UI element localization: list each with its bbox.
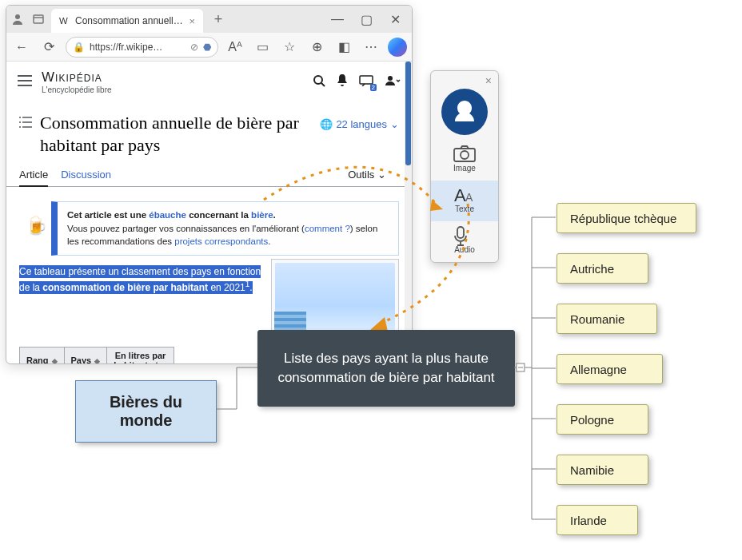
mindmap-leaf[interactable]: Roumanie (556, 304, 657, 334)
mindmap-root[interactable]: Bières du monde (75, 380, 217, 443)
browser-toolbar: ← ⟳ 🔒 https://fr.wikipe… ⊘ ⬣ Aᴬ ▭ ☆ ⊕ ◧ … (6, 33, 412, 62)
svg-line-5 (321, 83, 325, 86)
article-body: Ce tableau présente un classement des pa… (6, 264, 412, 339)
language-count: 22 langues (336, 118, 387, 130)
capture-text-label: Texte (455, 205, 474, 213)
tab-favicon-icon: W (59, 15, 70, 26)
intro-paragraph: Ce tableau présente un classement des pa… (19, 264, 263, 339)
link-projects[interactable]: projets correspondants (174, 236, 268, 246)
tracking-icon[interactable]: ⊘ (190, 42, 198, 53)
capture-text-button[interactable]: AA Texte (431, 181, 498, 221)
sort-icon: ◆ (94, 357, 100, 364)
site-name: Wikipédia (42, 70, 112, 85)
capture-audio-button[interactable]: Audio (431, 221, 498, 262)
maximize-button[interactable]: ▢ (353, 10, 380, 29)
notifications-icon[interactable] (337, 74, 348, 90)
sort-icon: ◆ (162, 362, 167, 364)
browser-window: W Consommation annuelle de bièr… × + — ▢… (6, 5, 413, 364)
new-tab-button[interactable]: + (208, 11, 229, 28)
panel-avatar (441, 89, 488, 135)
th-liters[interactable]: En litres parhabitant et◆ (107, 348, 174, 364)
reload-button[interactable]: ⟳ (38, 37, 59, 58)
svg-rect-21 (517, 363, 525, 371)
page-title: Consommation annuelle de bière par habit… (40, 112, 312, 156)
capture-audio-label: Audio (454, 245, 475, 254)
th-rank[interactable]: Rang◆ (20, 348, 65, 364)
svg-text:W: W (59, 16, 68, 26)
tab-close-icon[interactable]: × (189, 15, 195, 27)
wiki-header: Wikipédia L'encyclopédie libre 2 (6, 62, 412, 99)
scrollbar-thumb[interactable] (405, 62, 411, 165)
page-content: Wikipédia L'encyclopédie libre 2 Consomm… (6, 62, 412, 364)
window-controls: — ▢ ✕ (324, 10, 409, 29)
mindmap-leaf[interactable]: Namibie (556, 455, 648, 485)
mindmap-leaf[interactable]: Irlande (556, 505, 638, 535)
extensions-button[interactable]: ⊕ (306, 37, 327, 58)
mindmap-leaf[interactable]: Pologne (556, 404, 648, 435)
svg-rect-1 (34, 15, 43, 23)
link-ebauche[interactable]: ébauche (149, 210, 186, 220)
mindmap-center[interactable]: Liste des pays ayant la plus haute conso… (257, 330, 515, 407)
microphone-icon (453, 226, 477, 244)
text-size-button[interactable]: Aᴬ (225, 37, 245, 58)
tab-tools[interactable]: Outils ⌄ (348, 164, 386, 186)
copilot-icon[interactable] (388, 38, 407, 57)
svg-point-15 (461, 151, 469, 159)
workspaces-icon[interactable] (30, 11, 46, 27)
sort-icon: ◆ (52, 357, 58, 364)
link-biere[interactable]: bière (251, 210, 273, 220)
svg-text:A: A (465, 191, 473, 204)
address-bar[interactable]: 🔒 https://fr.wikipe… ⊘ ⬣ (66, 37, 218, 58)
profile-icon[interactable] (10, 11, 26, 27)
ranking-table: Rang◆ Pays◆ En litres parhabitant et◆ (19, 347, 174, 364)
url-text: https://fr.wikipe… (90, 42, 186, 53)
stub-notice: 🍺 Cet article est une ébauche concernant… (51, 201, 399, 256)
svg-point-4 (314, 76, 322, 84)
svg-point-7 (388, 76, 393, 81)
wiki-tabs: Article Discussion Outils ⌄ (6, 159, 412, 187)
mindmap-leaf[interactable]: Autriche (556, 253, 648, 284)
svg-text:A: A (454, 185, 466, 205)
svg-point-0 (15, 14, 20, 19)
browser-tab[interactable]: W Consommation annuelle de bièr… × (51, 9, 203, 33)
search-icon[interactable] (313, 74, 325, 90)
mindmap-leaf[interactable]: République tchèque (556, 203, 696, 233)
back-button[interactable]: ← (11, 37, 32, 58)
more-button[interactable]: ⋯ (361, 37, 381, 58)
camera-icon (453, 145, 477, 162)
user-menu-icon[interactable] (385, 75, 401, 89)
menu-icon[interactable] (18, 75, 34, 89)
talk-badge: 2 (370, 84, 377, 91)
reader-button[interactable]: ▭ (252, 37, 273, 58)
wiki-actions: 2 (313, 74, 401, 90)
shopping-icon[interactable]: ⬣ (203, 42, 211, 53)
tab-discussion[interactable]: Discussion (61, 164, 111, 186)
link-comment[interactable]: comment ? (305, 224, 350, 233)
selected-text: Ce tableau présente un classement des pa… (19, 265, 261, 294)
map-thumbnail[interactable] (271, 259, 399, 339)
browser-titlebar: W Consommation annuelle de bièr… × + — ▢… (6, 6, 412, 33)
scrollbar[interactable] (405, 62, 412, 364)
wikipedia-logo[interactable]: Wikipédia L'encyclopédie libre (42, 70, 112, 94)
split-screen-button[interactable]: ◧ (333, 37, 354, 58)
minimize-button[interactable]: — (324, 10, 351, 29)
chevron-down-icon: ⌄ (390, 118, 399, 130)
svg-rect-18 (457, 227, 464, 238)
capture-image-button[interactable]: Image (431, 140, 498, 181)
text-icon: AA (453, 185, 477, 203)
toc-icon[interactable] (19, 117, 32, 131)
lock-icon: 🔒 (73, 42, 85, 53)
mindmap-leaf[interactable]: Allemagne (556, 354, 663, 384)
connector-root-center (216, 367, 259, 411)
tab-article[interactable]: Article (19, 164, 48, 187)
close-button[interactable]: ✕ (381, 10, 409, 29)
tab-title: Consommation annuelle de bièr… (75, 15, 184, 26)
favorite-button[interactable]: ☆ (279, 37, 300, 58)
talk-icon[interactable]: 2 (359, 75, 373, 89)
panel-close-icon[interactable]: × (431, 71, 498, 87)
language-selector[interactable]: 🌐 22 langues ⌄ (320, 118, 399, 130)
th-country[interactable]: Pays◆ (64, 348, 107, 364)
beer-icon: 🍺 (26, 213, 47, 239)
title-row: Consommation annuelle de bière par habit… (6, 99, 412, 159)
translate-icon: 🌐 (320, 118, 333, 130)
